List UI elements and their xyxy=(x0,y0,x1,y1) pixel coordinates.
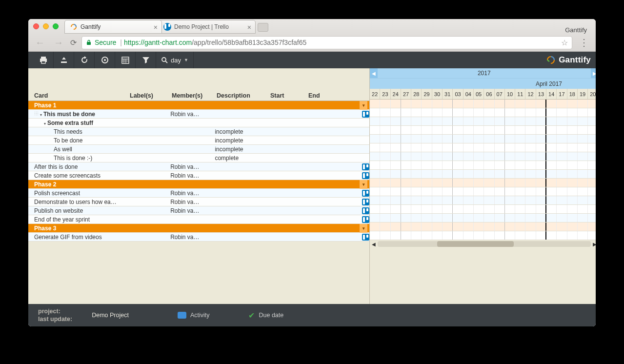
calendar-button[interactable] xyxy=(115,52,136,68)
day-header[interactable]: 03 xyxy=(453,89,463,99)
task-row[interactable]: Publish on websiteRobin va… xyxy=(28,206,369,215)
timeline-row[interactable] xyxy=(370,205,596,214)
task-row[interactable]: As wellincomplete xyxy=(28,145,369,154)
task-row[interactable]: ▾Some extra stuff xyxy=(28,119,369,127)
day-header[interactable]: 05 xyxy=(474,89,484,99)
timeline-row[interactable] xyxy=(370,214,596,222)
task-row[interactable]: This needsincomplete xyxy=(28,127,369,136)
timeline-row[interactable] xyxy=(370,117,596,126)
collapse-toggle-icon[interactable]: ▾ xyxy=(360,180,367,189)
print-button[interactable] xyxy=(33,52,54,68)
record-button[interactable] xyxy=(95,52,115,68)
scroll-thumb[interactable] xyxy=(437,241,514,247)
trello-link-icon[interactable] xyxy=(362,199,369,205)
trello-link-icon[interactable] xyxy=(362,207,369,214)
horizontal-scrollbar[interactable]: ◀ ▶ xyxy=(370,240,596,248)
import-button[interactable] xyxy=(54,52,74,68)
trello-link-icon[interactable] xyxy=(362,111,369,118)
day-header[interactable]: 13 xyxy=(536,89,546,99)
tab-ganttify[interactable]: Ganttify × xyxy=(64,20,162,34)
day-header[interactable]: 31 xyxy=(443,89,453,99)
new-tab-button[interactable] xyxy=(258,23,268,32)
col-labels[interactable]: Label(s) xyxy=(130,92,172,99)
scroll-right-icon[interactable]: ▶ xyxy=(593,242,596,247)
phase-row[interactable]: Phase 1 ▾ xyxy=(28,101,369,110)
task-row[interactable]: Polish screencastRobin va… xyxy=(28,189,369,198)
day-header[interactable]: 29 xyxy=(422,89,432,99)
day-header[interactable]: 28 xyxy=(411,89,422,99)
day-header[interactable]: 24 xyxy=(391,89,401,99)
collapse-toggle-icon[interactable]: ▾ xyxy=(360,101,367,110)
phase-row[interactable]: Phase 3 ▾ xyxy=(28,224,369,233)
maximize-window-button[interactable] xyxy=(53,23,59,29)
col-description[interactable]: Description xyxy=(217,92,270,99)
timeline-row[interactable] xyxy=(370,170,596,179)
brand[interactable]: Ganttify xyxy=(546,55,591,65)
phase-row[interactable]: Phase 2 ▾ xyxy=(28,180,369,189)
chrome-user-label[interactable]: Ganttify xyxy=(565,26,591,34)
trello-link-icon[interactable] xyxy=(362,190,369,197)
timeline-prev-button[interactable]: ◀ xyxy=(370,68,378,78)
forward-button[interactable]: → xyxy=(52,37,65,48)
day-header[interactable]: 06 xyxy=(484,89,494,99)
timeline-row[interactable] xyxy=(370,135,596,143)
col-start[interactable]: Start xyxy=(270,92,308,99)
scroll-track[interactable] xyxy=(378,241,591,247)
day-header[interactable]: 27 xyxy=(401,89,411,99)
timeline-row[interactable] xyxy=(370,143,596,152)
timeline-phase-row[interactable] xyxy=(370,100,596,108)
task-row[interactable]: This is done :-)complete xyxy=(28,154,369,162)
timeline-row[interactable] xyxy=(370,161,596,170)
timeline-row[interactable] xyxy=(370,196,596,205)
refresh-button[interactable] xyxy=(74,52,95,68)
close-window-button[interactable] xyxy=(33,23,39,29)
timeline-row[interactable] xyxy=(370,152,596,161)
day-header[interactable]: 18 xyxy=(567,89,578,99)
task-row[interactable]: End of the year sprint xyxy=(28,215,369,224)
timeline-row[interactable] xyxy=(370,126,596,135)
scroll-left-icon[interactable]: ◀ xyxy=(372,242,376,247)
day-header[interactable]: 11 xyxy=(515,89,525,99)
task-row[interactable]: ▾This must be doneRobin va… xyxy=(28,110,369,119)
address-bar[interactable]: Secure | https://gantt-chart.com /app/tr… xyxy=(81,36,572,49)
day-header[interactable]: 14 xyxy=(546,89,557,99)
tab-trello[interactable]: Demo Project | Trello × xyxy=(158,20,256,34)
collapse-toggle-icon[interactable]: ▾ xyxy=(360,224,367,233)
day-header[interactable]: 30 xyxy=(432,89,443,99)
timeline-phase-row[interactable] xyxy=(370,222,596,231)
timeline-phase-row[interactable] xyxy=(370,179,596,187)
trello-link-icon[interactable] xyxy=(362,163,369,170)
col-members[interactable]: Member(s) xyxy=(172,92,217,99)
task-row[interactable]: Generate GIF from videosRobin va… xyxy=(28,233,369,242)
timeline-row[interactable] xyxy=(370,187,596,196)
task-row[interactable]: To be doneincomplete xyxy=(28,136,369,145)
col-card[interactable]: Card xyxy=(34,92,130,99)
close-tab-icon[interactable]: × xyxy=(154,23,158,31)
trello-link-icon[interactable] xyxy=(362,216,369,223)
day-header[interactable]: 10 xyxy=(505,89,515,99)
timeline-next-button[interactable]: ▶ xyxy=(591,68,596,78)
bookmark-star-icon[interactable]: ☆ xyxy=(561,38,568,47)
col-end[interactable]: End xyxy=(308,92,347,99)
day-header[interactable]: 20 xyxy=(588,89,596,99)
zoom-dropdown[interactable]: day ▼ xyxy=(156,52,194,68)
timeline-row[interactable] xyxy=(370,108,596,117)
day-header[interactable]: 19 xyxy=(578,89,588,99)
reload-button[interactable]: ⟳ xyxy=(70,38,77,47)
day-header[interactable]: 12 xyxy=(525,89,536,99)
task-row[interactable]: Demonstrate to users how ea…Robin va… xyxy=(28,198,369,206)
day-header[interactable]: 07 xyxy=(495,89,505,99)
tree-toggle-icon[interactable]: ▾ xyxy=(44,121,46,126)
trello-link-icon[interactable] xyxy=(362,172,369,179)
task-row[interactable]: Create some screencastsRobin va… xyxy=(28,171,369,180)
trello-link-icon[interactable] xyxy=(362,234,369,241)
day-header[interactable]: 17 xyxy=(557,89,567,99)
back-button[interactable]: ← xyxy=(33,37,47,48)
minimize-window-button[interactable] xyxy=(43,23,49,29)
browser-menu-button[interactable]: ⋮ xyxy=(577,37,591,48)
task-row[interactable]: After this is doneRobin va… xyxy=(28,162,369,171)
day-header[interactable]: 22 xyxy=(370,89,380,99)
tree-toggle-icon[interactable]: ▾ xyxy=(40,113,42,117)
timeline-row[interactable] xyxy=(370,231,596,240)
day-header[interactable]: 04 xyxy=(463,89,474,99)
